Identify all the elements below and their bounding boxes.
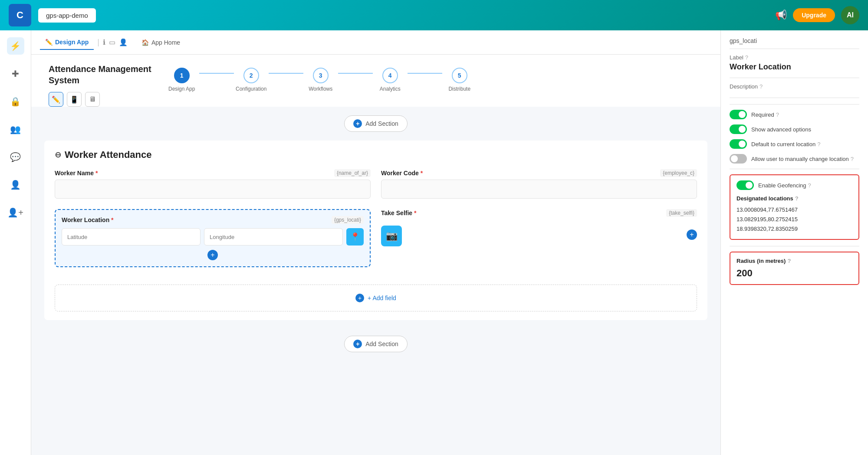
layout-icon[interactable]: ▭ [109,38,115,46]
worker-code-label: Worker Code * [381,170,423,177]
step-line-1 [199,73,234,74]
tab-design-app[interactable]: ✏️ Design App [40,35,94,50]
add-field-button[interactable]: + + Add field [355,294,396,302]
worker-code-field: Worker Code * {employee_c} [381,169,697,199]
step-circle-1[interactable]: 1 [174,68,190,83]
mobile-view-icon[interactable]: 📱 [67,92,82,107]
tab-app-home[interactable]: 🏠 App Home [135,36,187,49]
allow-manual-toggle-row: Allow user to manually change location ? [730,154,859,164]
allow-manual-toggle[interactable] [730,154,747,164]
required-toggle-row: Required ? [730,110,859,119]
allow-manual-toggle-knob [731,155,738,162]
step-circle-4[interactable]: 4 [382,68,398,83]
add-section-bottom-row: + Add Section [44,327,707,361]
home-icon: 🏠 [141,39,149,46]
pin-button[interactable]: 📍 [346,228,364,246]
location-box: Worker Location * {gps_locati} 📍 + [55,209,371,267]
add-section-top-button[interactable]: + Add Section [344,115,408,132]
notification-icon[interactable]: 📢 [775,10,787,21]
step-2: 2 Configuration [234,68,303,92]
default-location-help-icon[interactable]: ? [817,141,820,147]
label-help-icon[interactable]: ? [745,54,748,61]
sidebar-item-dashboard[interactable]: ⚡ [7,37,24,55]
sidebar-item-chat[interactable]: 💬 [7,148,24,166]
worker-code-tag: {employee_c} [660,169,697,177]
latitude-input[interactable] [62,228,201,246]
show-advanced-label: Show advanced options [751,126,811,133]
right-panel: gps_locati Label ? Worker Location Descr… [720,30,868,455]
geofencing-help-icon[interactable]: ? [808,182,811,189]
radius-help-icon[interactable]: ? [787,258,791,264]
divider-1 [730,78,859,78]
avatar[interactable]: AI [841,6,859,24]
step-3: 3 Workflows [303,68,373,92]
geofencing-toggle-knob [746,182,753,189]
take-selfie-field: Take Selfie * {take_selfi} 📷 + [381,209,697,267]
worker-name-label: Worker Name * [55,170,98,177]
default-location-toggle-row: Default to current location ? [730,139,859,149]
step-circle-3[interactable]: 3 [313,68,329,83]
designated-help-icon[interactable]: ? [795,195,799,202]
sidebar-item-lock[interactable]: 🔒 [7,93,24,110]
step-circle-5[interactable]: 5 [452,68,467,83]
geofencing-toggle-row: Enable Geofencing ? [736,180,852,190]
field-name-display: gps_locati [730,37,859,49]
required-toggle[interactable] [730,110,747,119]
collapse-icon[interactable]: ⊖ [55,150,61,160]
sidebar-item-person-add[interactable]: 👤+ [7,204,24,221]
step-line-2 [269,73,303,74]
label-title: Label ? [730,54,859,61]
sidebar-item-contacts[interactable]: 👤 [7,176,24,193]
show-advanced-toggle[interactable] [730,124,747,134]
allow-manual-help-icon[interactable]: ? [851,156,854,162]
show-advanced-toggle-row: Show advanced options [730,124,859,134]
worker-name-input[interactable] [55,180,371,199]
required-help-icon[interactable]: ? [776,111,779,118]
radius-value: 200 [736,268,852,279]
default-location-label: Default to current location ? [751,141,820,147]
form-view-icon[interactable]: ✏️ [49,92,63,107]
add-section-top-label: Add Section [365,120,398,127]
main-area: ✏️ Design App | ℹ ▭ 👤 🏠 App Home Attenda… [31,30,868,455]
description-help-icon[interactable]: ? [760,83,763,90]
add-field-area: + + Add field [55,285,697,311]
step-label-2: Configuration [236,86,266,92]
sidebar-item-add[interactable]: ✚ [7,65,24,82]
location-inputs: 📍 [62,228,364,246]
desktop-view-icon[interactable]: 🖥 [85,92,100,107]
required-label: Required ? [751,111,779,118]
default-location-toggle[interactable] [730,139,747,149]
add-section-bottom-label: Add Section [365,340,398,347]
step-4: 4 Analytics [373,68,442,92]
designated-title: Designated locations ? [736,195,852,202]
upgrade-button[interactable]: Upgrade [793,8,835,22]
add-section-bottom-button[interactable]: + Add Section [344,336,408,352]
worker-code-input[interactable] [381,180,697,199]
location-add-row: + [62,250,364,260]
default-location-toggle-knob [739,141,746,147]
sidebar-item-users[interactable]: 👥 [7,121,24,138]
step-circle-2[interactable]: 2 [243,68,259,83]
tab-divider: | [97,38,99,47]
step-line-4 [408,73,442,74]
form-scroll: + Add Section ⊖ Worker Attendance W [31,107,720,455]
selfie-add-button[interactable]: + [687,229,697,240]
header-right: 📢 Upgrade AI [775,6,859,24]
stepper-left: Attendance Management System ✏️ 📱 🖥 [49,63,151,107]
app-name[interactable]: gps-app-demo [38,8,96,23]
worker-location-tag: {gps_locati} [332,216,364,224]
coord-3: 18.9398320,72.8350259 [736,224,852,234]
selfie-camera-button[interactable]: 📷 [381,226,402,246]
step-label-1: Design App [168,86,195,92]
person-icon[interactable]: 👤 [119,38,128,46]
view-icons: ✏️ 📱 🖥 [49,92,151,107]
coord-2: 13.0829195,80.2752415 [736,215,852,224]
label-value: Worker Location [730,62,859,72]
info-icon[interactable]: ℹ [103,38,105,46]
location-add-button[interactable]: + [207,250,218,260]
worker-name-field: Worker Name * {name_of_ar} [55,169,371,199]
edit-icon: ✏️ [45,39,53,46]
required-star-name: * [95,170,98,177]
longitude-input[interactable] [204,228,343,246]
geofencing-toggle[interactable] [736,180,754,190]
